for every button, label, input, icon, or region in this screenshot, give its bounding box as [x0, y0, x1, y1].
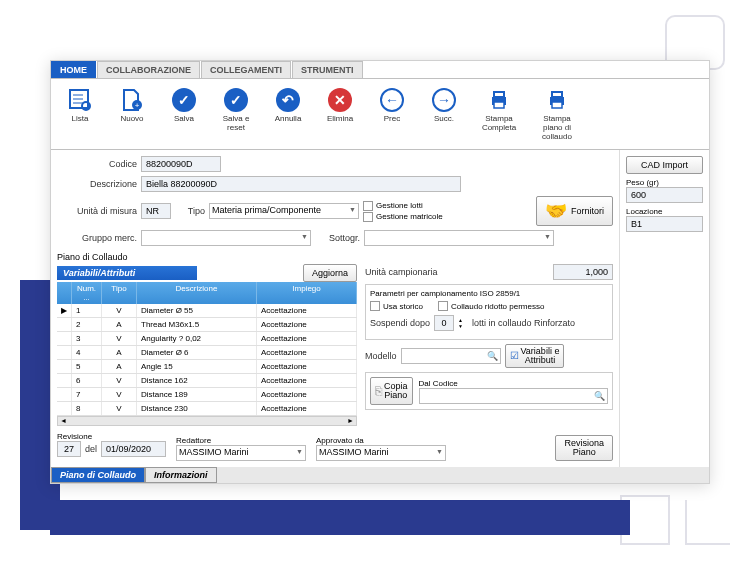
stampa-completa-label: Stampa Completa — [482, 115, 516, 133]
salva-reset-button[interactable]: ✓ Salva e reset — [211, 85, 261, 143]
table-row[interactable]: 4 A Diameter Ø 6 Accettazione — [57, 346, 357, 360]
svg-text:+: + — [135, 101, 140, 110]
table-row[interactable]: 3 V Angularity ? 0,02 Accettazione — [57, 332, 357, 346]
handshake-icon: 🤝 — [545, 200, 567, 222]
list-icon — [67, 87, 93, 113]
search-icon: 🔍 — [487, 351, 498, 361]
print-plan-icon — [544, 87, 570, 113]
spinner-down[interactable]: ▼ — [458, 323, 468, 329]
sospendi-label: Sospendi dopo — [370, 318, 430, 328]
table-row[interactable]: ▶ 1 V Diameter Ø 55 Accettazione — [57, 304, 357, 318]
svg-rect-8 — [494, 92, 504, 97]
locazione-label: Locazione — [626, 207, 703, 216]
tipo-label: Tipo — [175, 206, 205, 216]
table-row[interactable]: 6 V Distance 162 Accettazione — [57, 374, 357, 388]
descrizione-input[interactable]: Biella 88200090D — [141, 176, 461, 192]
salva-label: Salva — [174, 115, 194, 124]
elimina-button[interactable]: ✕ Elimina — [315, 85, 365, 143]
unita-input[interactable]: NR — [141, 203, 171, 219]
storico-label: Usa storico — [383, 302, 423, 311]
revisione-num[interactable]: 27 — [57, 441, 81, 457]
fornitori-label: Fornitori — [571, 206, 604, 216]
gruppo-select[interactable] — [141, 230, 311, 246]
salva-button[interactable]: ✓ Salva — [159, 85, 209, 143]
locazione-input[interactable]: B1 — [626, 216, 703, 232]
variabili-attributi-button[interactable]: ☑Variabili e Attributi — [505, 344, 565, 368]
main-window: HOME COLLABORAZIONE COLLEGAMENTI STRUMEN… — [50, 60, 710, 484]
copy-icon: ⎘ — [375, 385, 382, 397]
revisione-date[interactable]: 01/09/2020 — [101, 441, 166, 457]
copia-piano-button[interactable]: ⎘Copia Piano — [370, 377, 413, 405]
bottom-tabs: Piano di Collaudo Informazioni — [51, 467, 709, 483]
codice-input[interactable]: 88200090D — [141, 156, 221, 172]
modello-label: Modello — [365, 351, 397, 361]
aggiorna-button[interactable]: Aggiorna — [303, 264, 357, 282]
redattore-select[interactable]: MASSIMO Marini — [176, 445, 306, 461]
prev-icon: ← — [379, 87, 405, 113]
cad-import-button[interactable]: CAD Import — [626, 156, 703, 174]
dal-codice-input[interactable]: 🔍 — [419, 388, 608, 404]
delete-icon: ✕ — [327, 87, 353, 113]
succ-label: Succ. — [434, 115, 454, 124]
annulla-label: Annulla — [275, 115, 302, 124]
fornitori-button[interactable]: 🤝 Fornitori — [536, 196, 613, 226]
stampa-piano-label: Stampa piano di collaudo — [542, 115, 572, 141]
annulla-button[interactable]: ↶ Annulla — [263, 85, 313, 143]
prec-button[interactable]: ← Prec — [367, 85, 417, 143]
ribbon-tabs: HOME COLLABORAZIONE COLLEGAMENTI STRUMEN… — [51, 61, 709, 79]
prec-label: Prec — [384, 115, 400, 124]
storico-checkbox[interactable] — [370, 301, 380, 311]
grid-body[interactable]: ▶ 1 V Diameter Ø 55 Accettazione 2 A Thr… — [57, 304, 357, 416]
matricole-checkbox[interactable] — [363, 212, 373, 222]
nuovo-button[interactable]: + Nuovo — [107, 85, 157, 143]
toolbar: Lista + Nuovo ✓ Salva ✓ Salva e reset ↶ … — [51, 79, 709, 150]
unita-camp-input[interactable]: 1,000 — [553, 264, 613, 280]
elimina-label: Elimina — [327, 115, 353, 124]
check-icon: ✓ — [171, 87, 197, 113]
variabili-header: Variabili/Attributi — [57, 266, 197, 280]
peso-input[interactable]: 600 — [626, 187, 703, 203]
lotti-checkbox[interactable] — [363, 201, 373, 211]
stampa-piano-button[interactable]: Stampa piano di collaudo — [529, 85, 585, 143]
stampa-completa-button[interactable]: Stampa Completa — [471, 85, 527, 143]
salva-reset-label: Salva e reset — [223, 115, 250, 133]
dal-codice-label: Dal Codice — [419, 379, 608, 388]
peso-label: Peso (gr) — [626, 178, 703, 187]
lista-button[interactable]: Lista — [55, 85, 105, 143]
modello-input[interactable]: 🔍 — [401, 348, 501, 364]
tab-informazioni[interactable]: Informazioni — [145, 467, 217, 483]
tipo-select[interactable]: Materia prima/Componente — [209, 203, 359, 219]
revisiona-piano-button[interactable]: Revisiona Piano — [555, 435, 613, 461]
approvato-select[interactable]: MASSIMO Marini — [316, 445, 446, 461]
check-reset-icon: ✓ — [223, 87, 249, 113]
scrollbar[interactable]: ◄► — [57, 416, 357, 426]
ribbon-tab-tools[interactable]: STRUMENTI — [292, 61, 363, 78]
table-row[interactable]: 5 A Angle 15 Accettazione — [57, 360, 357, 374]
new-icon: + — [119, 87, 145, 113]
svg-rect-11 — [552, 92, 562, 97]
sospendi-input[interactable]: 0 — [434, 315, 454, 331]
succ-button[interactable]: → Succ. — [419, 85, 469, 143]
piano-title: Piano di Collaudo — [57, 252, 613, 262]
grid-header: Num. ... Tipo Descrizione Impiego — [57, 282, 357, 304]
del-label: del — [85, 444, 97, 454]
ribbon-tab-home[interactable]: HOME — [51, 61, 96, 78]
revisione-label: Revisione — [57, 432, 166, 441]
matricole-label: Gestione matricole — [376, 212, 443, 221]
unita-camp-label: Unità campionaria — [365, 267, 438, 277]
ribbon-tab-links[interactable]: COLLEGAMENTI — [201, 61, 291, 78]
table-row[interactable]: 2 A Thread M36x1.5 Accettazione — [57, 318, 357, 332]
table-row[interactable]: 8 V Distance 230 Accettazione — [57, 402, 357, 416]
parametri-label: Parametri per campionamento ISO 2859/1 — [370, 289, 608, 298]
checklist-icon: ☑ — [510, 351, 519, 361]
print-icon — [486, 87, 512, 113]
sottogr-select[interactable] — [364, 230, 554, 246]
lotti-label: Gestione lotti — [376, 201, 423, 210]
table-row[interactable]: 7 V Distance 189 Accettazione — [57, 388, 357, 402]
ribbon-tab-collab[interactable]: COLLABORAZIONE — [97, 61, 200, 78]
search-icon-2: 🔍 — [594, 391, 605, 401]
approvato-label: Approvato da — [316, 436, 446, 445]
ridotto-checkbox[interactable] — [438, 301, 448, 311]
tab-piano-collaudo[interactable]: Piano di Collaudo — [51, 467, 145, 483]
unita-label: Unità di misura — [57, 206, 137, 216]
